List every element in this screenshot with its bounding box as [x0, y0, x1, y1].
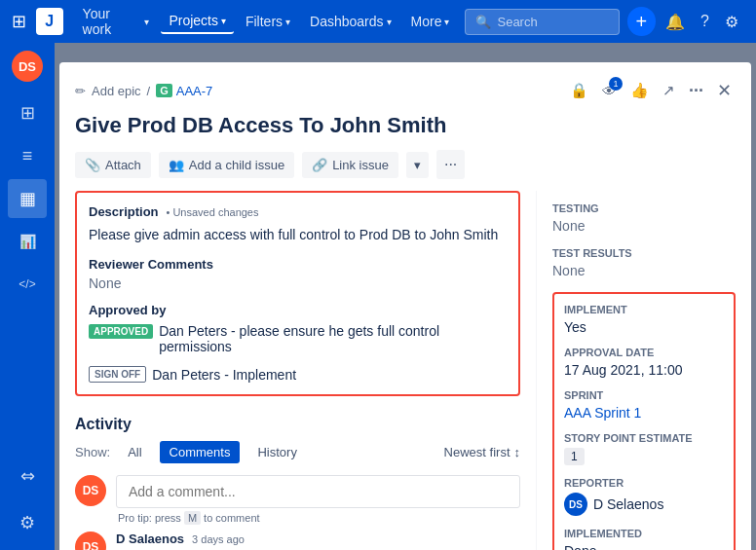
description-text: Please give admin access with full contr…	[89, 225, 507, 245]
reporter-avatar: DS	[564, 493, 587, 516]
story-point-badge: 1	[564, 448, 585, 465]
nav-more[interactable]: More ▾	[403, 10, 458, 33]
attach-button[interactable]: 📎 Attach	[75, 152, 151, 178]
breadcrumb-separator: /	[147, 84, 151, 98]
activity-sort[interactable]: Newest first ↕	[444, 445, 520, 459]
share-icon[interactable]: ↗	[659, 78, 679, 103]
nav-projects[interactable]: Projects ▾	[161, 9, 234, 34]
sidebar-avatar[interactable]: DS	[12, 51, 43, 82]
eye-count-badge: 1	[609, 77, 623, 91]
activity-show-row: Show: All Comments History Newest first …	[75, 441, 520, 463]
testing-label: Testing	[552, 202, 736, 214]
modal-toolbar: 📎 Attach 👥 Add a child issue 🔗 Link issu…	[59, 150, 751, 191]
nav-dashboards[interactable]: Dashboards ▾	[302, 10, 399, 33]
approved-by-label: Approved by	[89, 303, 507, 317]
sidebar-item-code[interactable]: </>	[8, 265, 47, 304]
more-icon[interactable]: ···	[685, 77, 707, 105]
story-point-label: Story point estimate	[564, 432, 724, 444]
sprint-label: Sprint	[564, 389, 724, 401]
approval-date-section: Approval Date 17 Aug 2021, 11:00	[564, 347, 724, 378]
sidebar-item-board[interactable]: ▦	[8, 179, 47, 218]
sidebar-item-reports[interactable]: 📊	[8, 222, 47, 261]
comment-input-row: DS Pro tip: press M to comment	[75, 475, 520, 524]
chevron-down-icon: ▾	[444, 17, 449, 27]
toolbar-dropdown-button[interactable]: ▾	[406, 152, 429, 178]
approved-text: Dan Peters - please ensure he gets full …	[159, 323, 507, 354]
approved-badge: APPROVED	[89, 324, 153, 339]
nav-filters[interactable]: Filters ▾	[238, 10, 298, 33]
right-bordered-section: Implement Yes Approval Date	[552, 292, 736, 550]
implement-label: Implement	[564, 304, 724, 315]
description-section: Description • Unsaved changes Please giv…	[75, 191, 520, 396]
approved-row: APPROVED Dan Peters - please ensure he g…	[89, 323, 507, 354]
reporter-label: Reporter	[564, 477, 724, 489]
help-icon[interactable]: ?	[695, 9, 715, 34]
issue-modal: ✏ Add epic / G AAA-7 🔒 👁	[59, 62, 751, 550]
signoff-badge: SIGN OFF	[89, 366, 146, 383]
create-button[interactable]: +	[627, 7, 657, 36]
modal-header: ✏ Add epic / G AAA-7 🔒 👁	[59, 62, 751, 105]
link-icon: 🔗	[312, 158, 327, 172]
test-results-value: None	[552, 263, 736, 278]
implemented-label: Implemented	[564, 528, 724, 539]
notification-icon[interactable]: 🔔	[660, 9, 691, 35]
activity-tab-history[interactable]: History	[247, 441, 306, 463]
close-icon[interactable]: ✕	[713, 76, 736, 105]
signoff-row: SIGN OFF Dan Peters - Implement	[89, 366, 507, 383]
pencil-icon: ✏	[75, 84, 86, 98]
sprint-value[interactable]: AAA Sprint 1	[564, 405, 724, 421]
settings-icon[interactable]: ⚙	[719, 9, 744, 35]
comment-avatar: DS	[75, 475, 106, 506]
add-epic-link[interactable]: Add epic	[92, 84, 141, 98]
link-issue-button[interactable]: 🔗 Link issue	[302, 152, 398, 178]
attach-icon: 📎	[85, 158, 100, 172]
user-comment-header: D Salaenos 3 days ago	[116, 532, 520, 546]
activity-tab-comments[interactable]: Comments	[160, 441, 241, 463]
sidebar: DS ⊞ ≡ ▦ 📊 </> ⇔ ⚙	[0, 43, 55, 550]
chevron-down-icon: ▾	[285, 17, 290, 27]
implement-value: Yes	[564, 319, 724, 335]
lock-icon[interactable]: 🔒	[566, 78, 592, 103]
comment-input[interactable]	[116, 475, 520, 508]
sort-icon: ↕	[514, 445, 521, 459]
modal-overlay: ✏ Add epic / G AAA-7 🔒 👁	[55, 43, 756, 550]
toolbar-more-button[interactable]: ···	[436, 150, 465, 179]
comment-time: 3 days ago	[192, 533, 245, 545]
implemented-section: Implemented Done	[564, 528, 724, 550]
child-issue-icon: 👥	[169, 158, 184, 172]
activity-title: Activity	[75, 416, 520, 433]
chevron-down-icon: ▾	[387, 17, 392, 27]
sidebar-item-settings[interactable]: ⚙	[8, 503, 47, 542]
story-point-section: Story point estimate 1	[564, 432, 724, 465]
sidebar-item-home[interactable]: ⊞	[8, 93, 47, 132]
thumbsup-icon[interactable]: 👍	[626, 78, 653, 103]
chevron-down-icon: ▾	[144, 17, 149, 27]
modal-header-actions: 🔒 👁 1 👍 ↗ ··· ✕	[566, 76, 736, 105]
sidebar-item-backlog[interactable]: ≡	[8, 136, 47, 175]
issue-key-link[interactable]: G AAA-7	[156, 84, 212, 98]
comment-tip: Pro tip: press M to comment	[116, 512, 520, 524]
grid-icon[interactable]: ⊞	[12, 11, 26, 32]
test-results-section: Test results None	[552, 247, 736, 278]
nav-your-work[interactable]: Your work ▾	[75, 2, 158, 41]
activity-section: Activity Show: All Comments History	[75, 408, 520, 550]
add-child-issue-button[interactable]: 👥 Add a child issue	[159, 152, 294, 178]
comment-input-area: Pro tip: press M to comment	[116, 475, 520, 524]
topnav: ⊞ J Your work ▾ Projects ▾ Filters ▾ Das…	[0, 0, 756, 43]
activity-tab-all[interactable]: All	[118, 441, 151, 463]
signoff-text: Dan Peters - Implement	[152, 367, 296, 383]
user-comment-content: D Salaenos 3 days ago	[116, 532, 520, 548]
user-name: D Salaenos	[116, 532, 184, 546]
approval-date-label: Approval Date	[564, 347, 724, 358]
issue-key-badge: G	[156, 84, 172, 97]
modal-left-panel: Description • Unsaved changes Please giv…	[59, 191, 537, 550]
testing-section: Testing None	[552, 202, 736, 234]
search-box[interactable]: 🔍 Search	[465, 9, 619, 35]
eye-icon[interactable]: 👁 1	[598, 79, 621, 103]
comment-key: M	[184, 511, 201, 525]
implemented-value: Done	[564, 543, 724, 550]
chevron-down-icon: ▾	[221, 16, 226, 26]
modal-right-panel: Testing None Test results None	[537, 191, 751, 550]
activity-show-label: Show:	[75, 445, 110, 459]
sidebar-item-pages[interactable]: ⇔	[8, 457, 47, 495]
